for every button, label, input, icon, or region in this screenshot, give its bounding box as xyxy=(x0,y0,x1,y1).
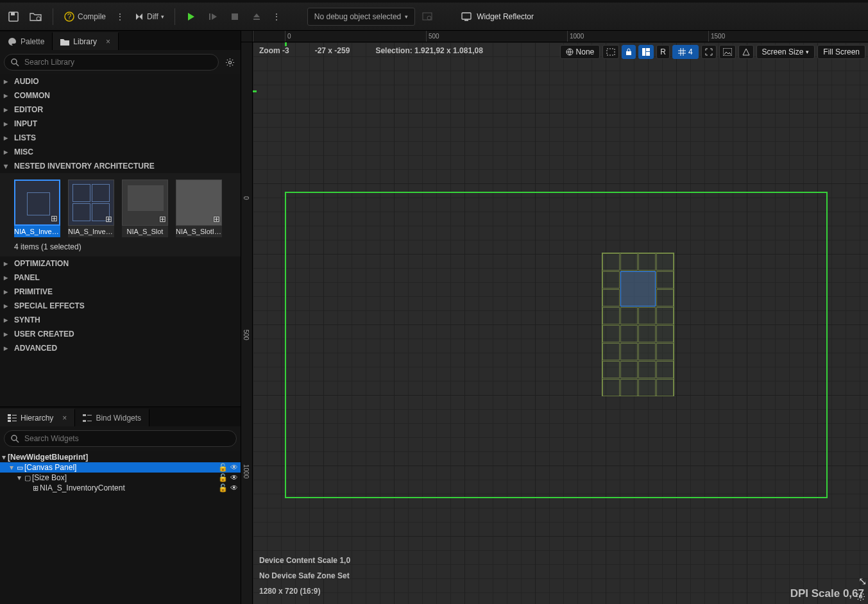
lock-button[interactable] xyxy=(622,45,636,59)
category-label: EDITOR xyxy=(14,105,43,114)
canvas-panel-frame[interactable] xyxy=(285,192,828,498)
svg-rect-1 xyxy=(11,12,15,15)
preview-background-button[interactable] xyxy=(719,45,736,59)
unlock-icon[interactable]: 🔓 xyxy=(218,463,228,472)
asset-thumbnail: ⊞ xyxy=(122,180,168,226)
compile-button[interactable]: ? Compile xyxy=(60,7,110,26)
tree-node-canvas-panel[interactable]: ▾ ▭ [Canvas Panel] 🔓 👁 xyxy=(0,462,241,473)
play-button[interactable] xyxy=(182,7,201,26)
respect-locks-button[interactable]: R xyxy=(656,45,670,59)
asset-name: NIA_S_Inven... xyxy=(68,226,114,237)
diff-icon xyxy=(134,12,144,22)
category-item[interactable]: ▸SPECIAL EFFECTS xyxy=(0,299,241,313)
tree-node-inventory-content[interactable]: ⊞ NIA_S_InventoryContent 🔓 👁 xyxy=(0,483,241,493)
ruler-corner xyxy=(241,31,253,42)
screen-size-combo[interactable]: Screen Size ▾ xyxy=(756,45,815,59)
category-item[interactable]: ▸PRIMITIVE xyxy=(0,285,241,299)
category-item-expanded[interactable]: ▾NESTED INVENTORY ARCHITECTURE xyxy=(0,159,241,173)
r-label: R xyxy=(660,47,666,56)
svg-rect-15 xyxy=(8,414,11,416)
category-item[interactable]: ▸OPTIMIZATION xyxy=(0,256,241,271)
category-item[interactable]: ▸PANEL xyxy=(0,271,241,285)
device-scale-label: Device Content Scale 1,0 xyxy=(259,553,350,568)
eye-icon[interactable]: 👁 xyxy=(230,463,238,472)
close-icon[interactable]: × xyxy=(106,37,110,46)
asset-item[interactable]: ⊞ NIA_S_Inven... xyxy=(68,180,114,237)
category-label: LISTS xyxy=(14,133,36,142)
category-label: OPTIMIZATION xyxy=(14,259,69,268)
asset-item[interactable]: ⊞ NIA_S_Inven... xyxy=(14,180,60,237)
browse-button[interactable] xyxy=(26,7,46,26)
category-item[interactable]: ▸ADVANCED xyxy=(0,341,241,355)
svg-rect-11 xyxy=(464,20,468,21)
eye-icon[interactable]: 👁 xyxy=(230,483,238,492)
search-icon xyxy=(11,58,19,67)
close-icon[interactable]: × xyxy=(62,414,67,423)
inventory-widget-preview[interactable] xyxy=(602,253,674,396)
tab-palette[interactable]: Palette xyxy=(0,32,53,50)
asset-item[interactable]: ⊞ NIA_S_Slot xyxy=(122,180,168,237)
category-item[interactable]: ▸SYNTH xyxy=(0,313,241,327)
tab-hierarchy[interactable]: Hierarchy × xyxy=(0,408,75,426)
zoom-label: Zoom -3 xyxy=(259,46,289,55)
widget-reflector-button[interactable]: Widget Reflector xyxy=(457,7,538,26)
stop-button[interactable] xyxy=(225,7,244,26)
library-settings-button[interactable] xyxy=(223,55,237,69)
zoom-to-fit-button[interactable] xyxy=(701,45,717,59)
ruler-tick: 0 xyxy=(285,31,426,42)
unlock-icon[interactable]: 🔓 xyxy=(218,483,228,492)
fill-screen-combo[interactable]: Fill Screen xyxy=(817,45,865,59)
svg-rect-23 xyxy=(87,415,92,415)
category-item[interactable]: ▸AUDIO xyxy=(0,74,241,88)
library-search-input[interactable] xyxy=(23,57,212,67)
svg-rect-7 xyxy=(253,19,260,20)
eye-icon[interactable]: 👁 xyxy=(230,473,238,482)
diff-button[interactable]: Diff ▾ xyxy=(130,7,168,26)
node-label: NIA_S_InventoryContent xyxy=(40,483,125,492)
save-button[interactable] xyxy=(4,7,23,26)
localization-button[interactable]: None xyxy=(560,45,600,59)
library-search[interactable] xyxy=(4,54,219,71)
tree-node-size-box[interactable]: ▾ ▢ [Size Box] 🔓 👁 xyxy=(0,473,241,483)
grid-snap-button[interactable]: 4 xyxy=(672,45,699,59)
tab-bind-widgets[interactable]: Bind Widgets xyxy=(75,408,149,426)
play-options-button[interactable]: ⋮ xyxy=(269,7,284,26)
outlines-button[interactable] xyxy=(738,45,754,59)
category-item[interactable]: ▸LISTS xyxy=(0,131,241,145)
asset-item[interactable]: ⊞ NIA_S_SlotIt... xyxy=(176,180,222,237)
viewport-settings-button[interactable] xyxy=(856,592,865,601)
compile-options-button[interactable]: ⋮ xyxy=(112,7,128,26)
category-item[interactable]: ▸EDITOR xyxy=(0,103,241,117)
expand-icon: ▸ xyxy=(4,91,10,100)
canvas-toolbar: None R 4 Screen Size ▾ xyxy=(560,45,865,59)
svg-rect-24 xyxy=(87,421,92,421)
layout-mode-button[interactable] xyxy=(638,45,654,59)
designer-canvas[interactable]: Zoom -3 -27 x -259 Selection: 1.921,92 x… xyxy=(253,42,868,604)
designer-viewport[interactable]: 0 500 1000 1500 0 500 1000 150 xyxy=(241,31,868,604)
debug-object-combo[interactable]: No debug object selected ▾ xyxy=(307,8,415,26)
step-button[interactable] xyxy=(203,7,223,26)
hierarchy-search[interactable] xyxy=(4,430,237,447)
tree-node-root[interactable]: ▾ [NewWidgetBlueprint] xyxy=(0,452,241,462)
svg-rect-5 xyxy=(209,13,210,20)
canvas-info-top: Zoom -3 -27 x -259 Selection: 1.921,92 x… xyxy=(259,46,483,55)
bind-icon xyxy=(83,414,92,422)
svg-point-9 xyxy=(427,16,431,20)
ruler-tick: 0 xyxy=(243,196,250,200)
tab-library[interactable]: Library × xyxy=(53,32,119,50)
category-item[interactable]: ▸INPUT xyxy=(0,117,241,131)
canvas-panel-icon: ▭ xyxy=(15,463,24,472)
category-item[interactable]: ▸MISC xyxy=(0,145,241,159)
resize-handle-icon[interactable]: ⤡ xyxy=(858,575,867,587)
hierarchy-search-input[interactable] xyxy=(23,433,230,444)
dashed-outline-button[interactable] xyxy=(602,45,619,59)
category-item[interactable]: ▸COMMON xyxy=(0,88,241,103)
category-label: NESTED INVENTORY ARCHITECTURE xyxy=(14,162,155,171)
resolution-label: 1280 x 720 (16:9) xyxy=(259,583,350,599)
unlock-icon[interactable]: 🔓 xyxy=(218,473,228,482)
category-label: COMMON xyxy=(14,91,50,100)
category-item[interactable]: ▸USER CREATED xyxy=(0,327,241,341)
eject-button[interactable] xyxy=(247,7,266,26)
assets-status: 4 items (1 selected) xyxy=(0,240,241,256)
find-in-blueprint-button[interactable] xyxy=(418,7,437,26)
